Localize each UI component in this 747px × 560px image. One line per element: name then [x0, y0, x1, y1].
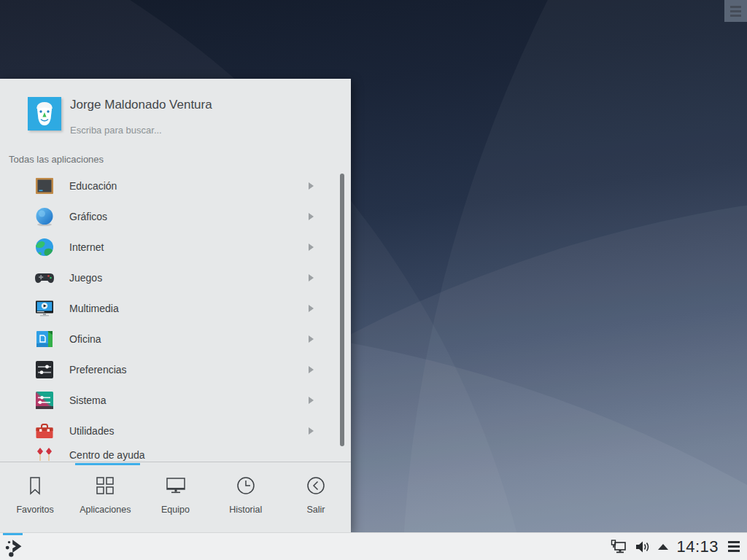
category-row-oficina[interactable]: Oficina	[0, 324, 351, 354]
category-label: Preferencias	[69, 364, 127, 376]
category-row-graficos[interactable]: Gráficos	[0, 201, 351, 232]
user-avatar[interactable]	[28, 97, 61, 131]
category-row-educacion[interactable]: Educación	[0, 171, 351, 201]
gamepad-icon	[34, 268, 55, 288]
submenu-arrow-icon	[309, 335, 314, 343]
sliders-dark-icon	[34, 359, 55, 380]
tab-equipo[interactable]: Equipo	[140, 462, 210, 532]
submenu-arrow-icon	[309, 305, 314, 312]
tab-label: Historial	[229, 505, 262, 515]
wired-network-icon[interactable]	[611, 540, 627, 554]
clock-icon	[233, 473, 258, 498]
category-label: Oficina	[69, 333, 101, 345]
user-name: Jorge Maldonado Ventura	[70, 98, 212, 112]
globe-icon	[34, 237, 55, 257]
application-launcher-popup: Jorge Maldonado Ventura Todas las aplica…	[0, 79, 351, 532]
system-tray: 14:13	[611, 533, 741, 560]
documents-icon	[34, 329, 55, 349]
hamburger-icon	[730, 10, 741, 12]
user-face-icon	[28, 97, 61, 131]
leave-icon	[303, 473, 328, 498]
kde-plasma-logo-icon	[4, 537, 26, 559]
category-label: Centro de ayuda	[69, 449, 145, 461]
tab-favoritos[interactable]: Favoritos	[0, 462, 70, 532]
tab-historial[interactable]: Historial	[211, 462, 281, 532]
sphere-icon	[34, 206, 55, 227]
monitor-play-icon	[34, 298, 55, 319]
submenu-arrow-icon	[309, 182, 314, 190]
launcher-tabbar: Favoritos Aplicaciones Equipo	[0, 462, 351, 532]
submenu-arrow-icon	[309, 366, 314, 373]
category-row-internet[interactable]: Internet	[0, 232, 351, 262]
category-row-sistema[interactable]: Sistema	[0, 385, 351, 416]
blackboard-icon	[34, 176, 55, 196]
submenu-arrow-icon	[309, 274, 314, 281]
category-label: Utilidades	[69, 425, 114, 437]
search-input[interactable]	[70, 125, 289, 136]
computer-icon	[163, 473, 188, 498]
category-row-juegos[interactable]: Juegos	[0, 262, 351, 293]
category-label: Educación	[69, 180, 117, 192]
category-label: Juegos	[69, 272, 102, 284]
taskbar-panel: 14:13	[0, 532, 747, 560]
panel-hamburger-icon[interactable]	[727, 540, 741, 553]
category-list: Educación Gráficos	[0, 171, 351, 462]
category-row-centro-de-ayuda[interactable]: Centro de ayuda	[0, 440, 351, 462]
expand-tray-arrow-icon[interactable]	[658, 544, 668, 550]
grid-icon	[93, 473, 117, 498]
bookmark-icon	[23, 473, 47, 498]
desktop-toolbox-button[interactable]	[724, 0, 747, 22]
submenu-arrow-icon	[309, 427, 314, 435]
toolbox-red-icon	[34, 421, 55, 441]
panel-clock[interactable]: 14:13	[676, 537, 719, 556]
submenu-arrow-icon	[309, 213, 314, 220]
tab-label: Favoritos	[16, 505, 53, 515]
submenu-arrow-icon	[309, 244, 314, 251]
volume-icon[interactable]	[635, 540, 650, 554]
tab-salir[interactable]: Salir	[281, 462, 351, 532]
tab-aplicaciones[interactable]: Aplicaciones	[70, 462, 140, 532]
tab-label: Equipo	[161, 505, 190, 515]
category-row-preferencias[interactable]: Preferencias	[0, 354, 351, 385]
category-label: Internet	[69, 241, 104, 253]
category-row-multimedia[interactable]: Multimedia	[0, 293, 351, 324]
category-label: Sistema	[69, 394, 107, 406]
active-launcher-stripe	[3, 533, 23, 535]
tab-label: Salir	[306, 505, 325, 515]
tab-label: Aplicaciones	[80, 505, 131, 515]
help-icon	[34, 445, 55, 462]
hamburger-icon	[730, 15, 741, 17]
sliders-gradient-icon	[34, 390, 55, 411]
scrollbar-thumb[interactable]	[340, 174, 344, 446]
category-label: Gráficos	[69, 211, 107, 222]
section-header: Todas las aplicaciones	[9, 154, 104, 165]
hamburger-icon	[730, 6, 741, 8]
category-label: Multimedia	[69, 303, 119, 314]
submenu-arrow-icon	[309, 397, 314, 404]
application-launcher-button[interactable]	[3, 533, 26, 560]
